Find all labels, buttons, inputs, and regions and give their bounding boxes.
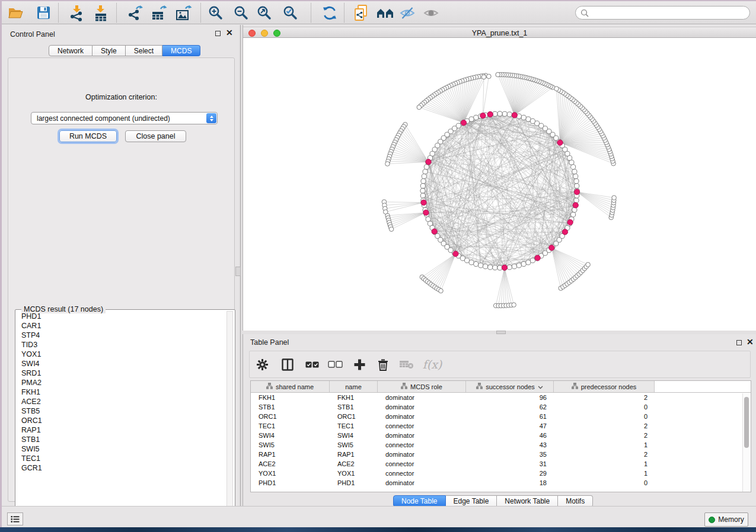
network-node[interactable] bbox=[516, 263, 521, 268]
network-node[interactable] bbox=[493, 265, 497, 270]
table-row[interactable]: STB1STB1dominator620 bbox=[251, 402, 751, 412]
network-node[interactable] bbox=[420, 193, 425, 198]
table-cell[interactable]: connector bbox=[378, 459, 466, 469]
tab-mcds[interactable]: MCDS bbox=[162, 45, 200, 56]
table-cell[interactable]: SWI5 bbox=[330, 440, 378, 450]
import-table-icon[interactable] bbox=[91, 3, 111, 23]
table-cell[interactable]: ORC1 bbox=[251, 412, 330, 421]
first-neighbors-icon[interactable] bbox=[375, 3, 395, 23]
network-node[interactable] bbox=[612, 196, 617, 200]
table-cell[interactable]: 2 bbox=[554, 421, 655, 431]
table-cell[interactable]: dominator bbox=[378, 431, 466, 440]
table-cell[interactable]: 29 bbox=[466, 469, 554, 478]
tab-motifs[interactable]: Motifs bbox=[558, 495, 593, 507]
network-node[interactable] bbox=[426, 217, 430, 222]
network-node[interactable] bbox=[389, 227, 394, 232]
memory-button[interactable]: Memory bbox=[704, 512, 748, 527]
network-node[interactable] bbox=[586, 262, 591, 267]
network-node[interactable] bbox=[479, 263, 483, 268]
table-cell[interactable]: STB1 bbox=[251, 402, 330, 412]
add-column-icon[interactable] bbox=[347, 354, 372, 374]
search-box[interactable] bbox=[575, 6, 750, 20]
table-cell[interactable]: 18 bbox=[466, 478, 554, 488]
network-node[interactable] bbox=[385, 162, 390, 166]
mcds-result-item[interactable]: ACE2 bbox=[16, 397, 225, 406]
table-cell[interactable]: RAP1 bbox=[330, 450, 378, 459]
table-cell[interactable]: dominator bbox=[378, 393, 466, 402]
network-node[interactable] bbox=[417, 105, 422, 110]
table-cell[interactable]: YOX1 bbox=[251, 469, 330, 478]
criterion-select[interactable]: largest connected component (undirected) bbox=[31, 112, 218, 124]
column-header-successor-nodes[interactable]: successor nodes bbox=[466, 381, 554, 392]
table-cell[interactable]: 47 bbox=[466, 421, 554, 431]
network-node[interactable] bbox=[439, 289, 444, 293]
apply-layout-icon[interactable] bbox=[320, 3, 340, 23]
clone-network-icon[interactable] bbox=[351, 3, 371, 23]
mcds-network-node[interactable] bbox=[549, 245, 554, 251]
save-session-icon[interactable] bbox=[33, 3, 53, 23]
network-node[interactable] bbox=[469, 260, 474, 265]
zoom-in-icon[interactable] bbox=[205, 3, 225, 23]
table-cell[interactable]: dominator bbox=[378, 478, 466, 488]
column-header-shared-name[interactable]: shared name bbox=[251, 381, 330, 392]
table-cell[interactable]: 1 bbox=[554, 440, 655, 450]
import-network-icon[interactable] bbox=[67, 3, 87, 23]
tab-edge-table[interactable]: Edge Table bbox=[446, 495, 497, 507]
mcds-result-item[interactable]: RAP1 bbox=[16, 425, 225, 435]
settings-gear-icon[interactable] bbox=[250, 354, 275, 374]
function-builder-icon[interactable]: f(x) bbox=[418, 354, 446, 374]
mcds-result-item[interactable]: SWI4 bbox=[16, 359, 225, 368]
network-node[interactable] bbox=[574, 198, 579, 203]
table-cell[interactable]: 62 bbox=[466, 402, 554, 412]
table-cell[interactable]: TEC1 bbox=[330, 421, 378, 431]
mcds-network-node[interactable] bbox=[487, 111, 493, 117]
network-node[interactable] bbox=[572, 169, 577, 174]
mcds-network-node[interactable] bbox=[461, 120, 466, 126]
mcds-result-item[interactable]: TEC1 bbox=[16, 454, 225, 463]
tab-style[interactable]: Style bbox=[92, 45, 126, 56]
table-scrollbar[interactable] bbox=[742, 393, 750, 492]
table-cell[interactable]: connector bbox=[378, 469, 466, 478]
table-cell[interactable]: TEC1 bbox=[251, 421, 330, 431]
table-cell[interactable]: ACE2 bbox=[330, 459, 378, 469]
network-node[interactable] bbox=[571, 165, 576, 169]
network-node[interactable] bbox=[554, 86, 559, 91]
table-cell[interactable]: 0 bbox=[554, 402, 655, 412]
mcds-result-item[interactable]: FKH1 bbox=[16, 387, 225, 397]
network-node[interactable] bbox=[526, 117, 531, 121]
table-cell[interactable]: connector bbox=[378, 440, 466, 450]
task-history-button[interactable] bbox=[7, 512, 23, 525]
export-network-icon[interactable] bbox=[125, 3, 145, 23]
mcds-result-item[interactable]: STB1 bbox=[16, 435, 225, 444]
table-row[interactable]: TEC1TEC1connector472 bbox=[251, 421, 751, 431]
deselect-all-icon[interactable] bbox=[323, 354, 347, 374]
network-node[interactable] bbox=[496, 72, 500, 77]
hide-selected-eye-icon[interactable] bbox=[397, 3, 417, 23]
mcds-result-item[interactable]: STP4 bbox=[16, 331, 225, 340]
table-row[interactable]: FKH1FKH1dominator962 bbox=[251, 393, 751, 402]
table-cell[interactable]: dominator bbox=[378, 402, 466, 412]
mcds-network-node[interactable] bbox=[480, 113, 486, 118]
table-cell[interactable]: 31 bbox=[466, 459, 554, 469]
network-node[interactable] bbox=[423, 169, 428, 174]
table-cell[interactable]: SWI5 bbox=[251, 440, 330, 450]
network-node[interactable] bbox=[502, 111, 507, 116]
table-cell[interactable]: 2 bbox=[554, 431, 655, 440]
mcds-network-node[interactable] bbox=[562, 229, 567, 235]
network-node[interactable] bbox=[422, 174, 426, 179]
mcds-network-node[interactable] bbox=[573, 203, 578, 208]
network-node[interactable] bbox=[421, 179, 426, 184]
mcds-result-item[interactable]: TID3 bbox=[16, 340, 225, 350]
mcds-result-item[interactable]: YOX1 bbox=[16, 350, 225, 359]
table-cell[interactable]: dominator bbox=[378, 412, 466, 421]
network-node[interactable] bbox=[474, 115, 479, 120]
splitter-grip[interactable] bbox=[235, 267, 241, 276]
show-all-eye-icon[interactable] bbox=[421, 3, 441, 23]
table-cell[interactable]: YOX1 bbox=[330, 469, 378, 478]
table-row[interactable]: PHD1PHD1dominator180 bbox=[251, 478, 751, 488]
network-node[interactable] bbox=[420, 184, 425, 188]
tab-select[interactable]: Select bbox=[126, 45, 162, 56]
table-cell[interactable]: 35 bbox=[466, 450, 554, 459]
network-node[interactable] bbox=[481, 75, 486, 79]
table-cell[interactable]: PHD1 bbox=[251, 478, 330, 488]
